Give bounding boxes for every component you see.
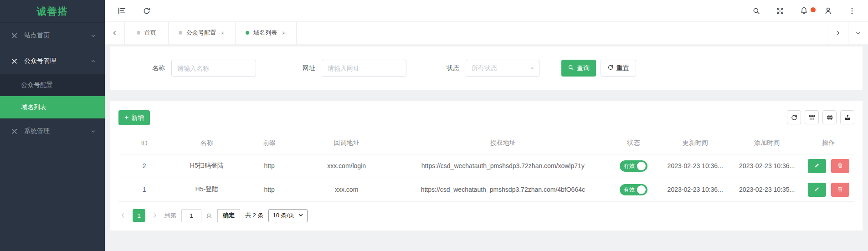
- status-toggle-label: 有效: [624, 186, 635, 194]
- columns-toggle-icon[interactable]: [805, 110, 819, 124]
- col-header-updated: 更新时间: [659, 133, 731, 154]
- search-button-label: 查询: [577, 64, 590, 72]
- sidebar-item-domain-list[interactable]: 域名列表: [0, 96, 105, 118]
- cell-id: 1: [118, 178, 170, 201]
- name-filter-input[interactable]: [171, 60, 256, 77]
- table-panel: + 新增: [110, 101, 863, 231]
- cell-updated: 2023-02-23 10:36...: [659, 178, 731, 201]
- search-button[interactable]: 查询: [561, 60, 596, 77]
- refresh-page-icon[interactable]: [143, 7, 151, 15]
- sidebar-item-label: 系统管理: [24, 127, 50, 135]
- delete-button[interactable]: [831, 183, 849, 197]
- status-toggle[interactable]: 有效: [620, 184, 647, 195]
- page-size-select[interactable]: 10 条/页: [268, 209, 308, 222]
- sidebar-item-site-home[interactable]: 站点首页: [0, 23, 105, 48]
- reset-button[interactable]: 重置: [601, 60, 636, 77]
- edit-button[interactable]: [808, 183, 826, 197]
- tabs-menu-icon[interactable]: [848, 22, 868, 44]
- more-options-icon[interactable]: [848, 7, 856, 15]
- add-button[interactable]: + 新增: [118, 110, 150, 125]
- refresh-table-icon[interactable]: [787, 110, 801, 124]
- cell-actions: [803, 154, 854, 178]
- status-filter-select[interactable]: 所有状态: [466, 60, 539, 77]
- export-icon[interactable]: [840, 110, 854, 124]
- user-icon[interactable]: [824, 6, 832, 15]
- tabs-scroll-left-icon[interactable]: [105, 22, 125, 44]
- cell-auth-url: https://csd_wechatauth_pmshsdp3.72zhan.c…: [398, 178, 608, 201]
- cell-created: 2023-02-23 10:36...: [731, 154, 802, 178]
- fullscreen-icon[interactable]: [776, 7, 784, 15]
- col-header-name: 名称: [170, 133, 244, 154]
- delete-button[interactable]: [831, 159, 849, 173]
- caret-down-icon: [298, 212, 303, 219]
- cell-id: 2: [118, 154, 170, 178]
- col-header-id: ID: [118, 133, 170, 154]
- tools-icon: [11, 32, 18, 39]
- table-header-row: ID 名称 前缀 回调地址 授权地址 状态 更新时间 添加时间 操作: [118, 133, 854, 154]
- app-logo: 诚善搭: [0, 0, 105, 23]
- tab-home[interactable]: 首页: [125, 22, 169, 44]
- reset-icon: [607, 64, 614, 72]
- goto-page-label: 到第: [164, 211, 176, 220]
- cell-prefix: http: [244, 178, 295, 201]
- goto-page-input[interactable]: [181, 209, 201, 222]
- tab-label: 公众号配置: [186, 29, 216, 37]
- col-header-actions: 操作: [803, 133, 854, 154]
- add-button-label: 新增: [131, 114, 144, 122]
- cell-callback: xxx.com: [295, 178, 398, 201]
- page-unit-label: 页: [206, 211, 212, 220]
- prev-page-icon[interactable]: [118, 212, 128, 219]
- print-icon[interactable]: [822, 110, 837, 124]
- status-toggle-label: 有效: [624, 162, 635, 170]
- cell-callback: xxx.com/login: [295, 154, 398, 178]
- reset-button-label: 重置: [616, 64, 629, 72]
- top-header: [105, 0, 868, 22]
- next-page-icon[interactable]: [150, 212, 159, 219]
- tab-label: 首页: [144, 29, 156, 37]
- filter-panel: 名称 网址 状态 所有状态 查询: [110, 46, 863, 90]
- plus-icon: +: [124, 114, 128, 121]
- pagination: 1 到第 页 确定 共 2 条 10 条/页: [118, 209, 854, 222]
- cell-status: 有效: [608, 154, 659, 178]
- tab-bar: 首页 公众号配置 域名列表: [105, 22, 868, 44]
- search-icon[interactable]: [752, 7, 760, 15]
- toggle-knob: [637, 162, 646, 170]
- edit-button[interactable]: [808, 159, 826, 173]
- notifications-bell-icon[interactable]: [800, 6, 808, 15]
- toggle-knob: [637, 185, 646, 194]
- col-header-auth-url: 授权地址: [398, 133, 608, 154]
- status-toggle[interactable]: 有效: [620, 160, 647, 172]
- search-icon: [568, 64, 574, 72]
- col-header-status: 状态: [608, 133, 659, 154]
- col-header-prefix: 前缀: [244, 133, 295, 154]
- cell-created: 2023-02-23 10:35...: [731, 178, 802, 201]
- app-root: 诚善搭 站点首页 公众号管理 公众号配置 域名列表: [0, 0, 868, 251]
- close-tab-icon[interactable]: [281, 31, 286, 36]
- tabs-scroll-right-icon[interactable]: [828, 22, 848, 44]
- col-header-callback: 回调地址: [295, 133, 398, 154]
- chevron-up-icon: [91, 59, 96, 64]
- col-header-created: 添加时间: [731, 133, 802, 154]
- chevron-down-icon: [91, 33, 96, 38]
- page-number-button[interactable]: 1: [133, 209, 145, 222]
- caret-down-icon: [529, 65, 535, 73]
- cell-actions: [803, 178, 854, 201]
- sidebar-item-system-mgmt[interactable]: 系统管理: [0, 118, 105, 144]
- sidebar-item-wechat-config[interactable]: 公众号配置: [0, 74, 105, 96]
- cell-status: 有效: [608, 178, 659, 201]
- tab-status-dot: [179, 31, 182, 35]
- tab-domain-list[interactable]: 域名列表: [236, 22, 297, 44]
- sidebar-submenu-wechat: 公众号配置 域名列表: [0, 74, 105, 118]
- close-tab-icon[interactable]: [220, 31, 225, 36]
- table-row: 2 H5扫码登陆 http xxx.com/login https://csd_…: [118, 154, 854, 178]
- trash-icon: [837, 186, 843, 194]
- url-filter-input[interactable]: [322, 60, 406, 77]
- tab-status-dot: [246, 31, 249, 35]
- tools-icon: [11, 57, 18, 65]
- sidebar-item-wechat-mgmt[interactable]: 公众号管理: [0, 48, 105, 74]
- tab-wechat-config[interactable]: 公众号配置: [169, 22, 236, 44]
- collapse-sidebar-icon[interactable]: [118, 6, 126, 15]
- main-area: 首页 公众号配置 域名列表: [105, 0, 868, 251]
- table-toolbar: + 新增: [118, 110, 854, 125]
- goto-confirm-button[interactable]: 确定: [217, 209, 240, 222]
